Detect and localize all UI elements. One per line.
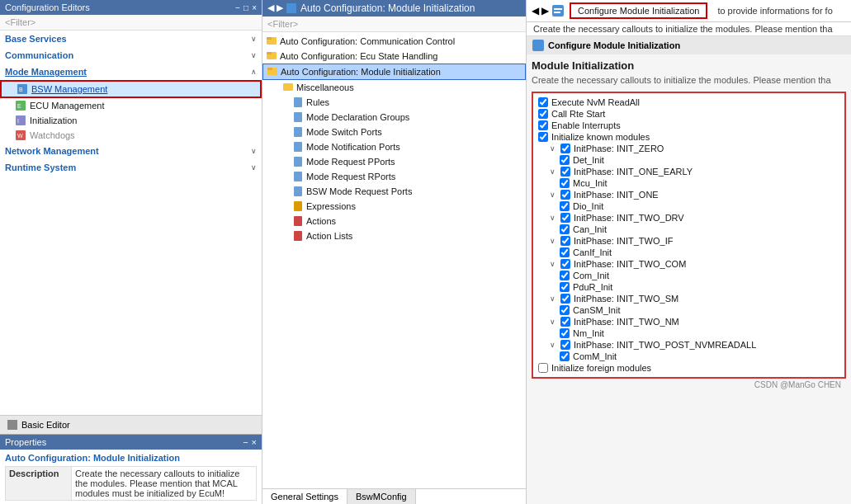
communication-chevron: ∨ <box>251 51 257 59</box>
mi-label-canif-init: CanIf_Init <box>573 247 612 257</box>
mi-cb-com-init[interactable] <box>560 271 570 280</box>
expand-two-com[interactable]: ∨ <box>550 260 556 268</box>
mi-cb-init-zero[interactable] <box>560 144 570 153</box>
expand-zero[interactable]: ∨ <box>550 144 556 153</box>
ctree-module-icon <box>267 66 278 78</box>
mi-label-det-init: Det_Init <box>573 155 604 165</box>
ctree-miscellaneous[interactable]: Miscellaneous <box>262 80 526 95</box>
ctree-comm-control[interactable]: Auto Configuration: Communication Contro… <box>262 34 526 49</box>
props-close-icon[interactable]: × <box>252 437 257 447</box>
left-panel: Configuration Editors − □ × <Filter> Bas… <box>0 0 262 504</box>
mi-cb-comm-init[interactable] <box>560 351 570 361</box>
ctree-misc-icon <box>282 82 294 93</box>
mi-item-com-init: Com_Init <box>537 270 841 281</box>
ctree-rules[interactable]: Rules <box>262 95 526 110</box>
mi-cb-pdur-init[interactable] <box>560 282 570 292</box>
mi-item-pdur-init: PduR_Init <box>537 281 841 293</box>
basic-editor-bar[interactable]: Basic Editor <box>0 416 262 434</box>
configure-module-init-btn[interactable]: Configure Module Initialization <box>570 2 707 19</box>
mi-cb-init-two-sm[interactable] <box>560 294 570 304</box>
runtime-system-section[interactable]: Runtime System ∨ <box>0 159 262 176</box>
mi-label-execute-nvm: Execute NvM ReadAll <box>551 97 640 107</box>
right-forward-icon[interactable]: ▶ <box>541 5 549 16</box>
base-services-section[interactable]: Base Services ∨ <box>0 31 262 47</box>
ctree-mode-switch-label: Mode Switch Ports <box>306 127 382 137</box>
svg-rect-22 <box>294 172 302 181</box>
ctree-actions[interactable]: Actions <box>262 214 526 228</box>
ctree-mode-notify-label: Mode Notification Ports <box>306 142 400 152</box>
mi-cb-init-two-nm[interactable] <box>560 317 570 327</box>
properties-body: Auto Configuration: Module Initializatio… <box>0 450 262 504</box>
mi-label-mcu-init: Mcu_Init <box>573 178 608 188</box>
module-init-list: Execute NvM ReadAll Call Rte Start Enabl… <box>532 92 846 379</box>
configure-icon <box>532 39 545 52</box>
mi-cb-mcu-init[interactable] <box>560 178 570 188</box>
mi-cb-init-post-nvm[interactable] <box>560 340 570 350</box>
ctree-expressions[interactable]: Expressions <box>262 199 526 214</box>
ctree-action-lists[interactable]: Action Lists <box>262 228 526 243</box>
minimize-icon[interactable]: − <box>235 3 240 12</box>
watchdogs-item[interactable]: W Watchdogs <box>0 128 262 143</box>
mi-cb-det-init[interactable] <box>560 155 570 165</box>
ecu-management-item[interactable]: E ECU Management <box>0 98 262 113</box>
mi-cb-init-two-drv[interactable] <box>560 213 570 223</box>
back-icon[interactable]: ◀ <box>267 2 274 14</box>
expand-two-drv[interactable]: ∨ <box>550 214 556 222</box>
svg-text:W: W <box>17 133 23 139</box>
ctree-mode-decl[interactable]: Mode Declaration Groups <box>262 110 526 125</box>
tab-bswm-config[interactable]: BswMConfig <box>347 489 416 504</box>
ctree-mode-notify[interactable]: Mode Notification Ports <box>262 139 526 154</box>
ctree-mode-switch[interactable]: Mode Switch Ports <box>262 125 526 139</box>
mi-cb-call-rte[interactable] <box>538 109 548 119</box>
ctree-mode-req-pport[interactable]: Mode Request PPorts <box>262 154 526 169</box>
initialization-item[interactable]: I Initialization <box>0 113 262 128</box>
config-editors-header: Configuration Editors − □ × <box>0 0 262 15</box>
mi-label-init-two-nm: InitPhase: INIT_TWO_NM <box>574 317 679 327</box>
network-management-section[interactable]: Network Management ∨ <box>0 143 262 159</box>
ctree-mode-decl-label: Mode Declaration Groups <box>306 112 409 122</box>
props-minimize-icon[interactable]: − <box>243 437 248 447</box>
ctree-mode-req-rport[interactable]: Mode Request RPorts <box>262 169 526 184</box>
ctree-module-label: Auto Configuration: Module Initializatio… <box>281 67 441 77</box>
mi-cb-cansm-init[interactable] <box>560 305 570 315</box>
mi-cb-canif-init[interactable] <box>560 247 570 257</box>
mi-cb-enable-interrupts[interactable] <box>538 120 548 130</box>
tab-general-settings[interactable]: General Settings <box>262 489 347 504</box>
right-panel: ◀ ▶ Configure Module Initialization to p… <box>527 0 851 504</box>
base-services-label: Base Services <box>5 34 67 44</box>
mi-cb-can-init[interactable] <box>560 224 570 234</box>
expand-one-early[interactable]: ∨ <box>550 167 556 176</box>
mi-cb-init-one-early[interactable] <box>560 167 570 177</box>
mi-label-pdur-init: PduR_Init <box>573 282 612 292</box>
forward-icon[interactable]: ▶ <box>277 2 283 14</box>
mi-cb-init-two-if[interactable] <box>560 236 570 246</box>
mi-cb-init-two-com[interactable] <box>560 259 570 269</box>
expand-one[interactable]: ∨ <box>550 191 556 199</box>
mi-cb-init-foreign[interactable] <box>538 363 548 373</box>
expand-two-sm[interactable]: ∨ <box>550 294 556 303</box>
center-tabs: General Settings BswMConfig <box>262 488 526 504</box>
center-filter[interactable]: <Filter> <box>262 16 526 32</box>
close-icon[interactable]: × <box>252 3 257 12</box>
right-back-icon[interactable]: ◀ <box>532 5 539 16</box>
mi-cb-nm-init[interactable] <box>560 328 570 338</box>
expand-two-if[interactable]: ∨ <box>550 237 556 245</box>
mi-item-cansm-init: CanSM_Init <box>537 304 841 316</box>
ctree-misc-label: Miscellaneous <box>296 82 354 92</box>
ctree-ecu-state[interactable]: Auto Configuration: Ecu State Handling <box>262 49 526 64</box>
mi-label-nm-init: Nm_Init <box>573 328 604 338</box>
bsw-management-item[interactable]: B BSW Management <box>0 80 262 98</box>
ctree-bsw-mode-req[interactable]: BSW Mode Request Ports <box>262 184 526 199</box>
ctree-module-init[interactable]: Auto Configuration: Module Initializatio… <box>262 64 526 80</box>
left-filter[interactable]: <Filter> <box>0 15 262 31</box>
expand-post-nvm[interactable]: ∨ <box>550 341 556 349</box>
mi-cb-init-one[interactable] <box>560 190 570 200</box>
mi-cb-execute-nvm[interactable] <box>538 97 548 107</box>
expand-two-nm[interactable]: ∨ <box>550 318 556 326</box>
maximize-icon[interactable]: □ <box>243 3 248 12</box>
communication-section[interactable]: Communication ∨ <box>0 47 262 64</box>
mi-cb-init-known[interactable] <box>538 132 548 142</box>
mi-cb-dio-init[interactable] <box>560 201 570 211</box>
mode-management-section[interactable]: Mode Management ∧ <box>0 64 262 80</box>
mi-label-init-two-if: InitPhase: INIT_TWO_IF <box>574 236 673 246</box>
